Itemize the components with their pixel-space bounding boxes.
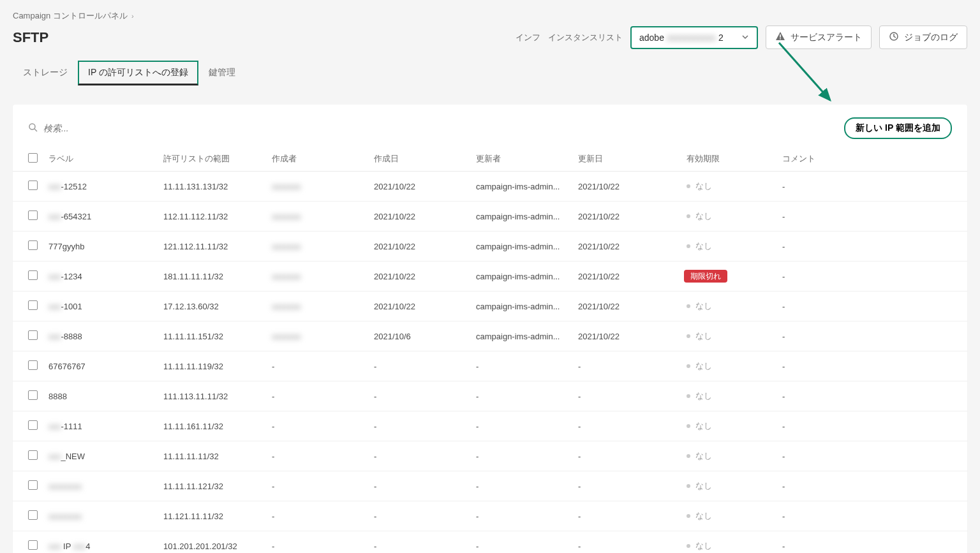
- table-row[interactable]: xxx-888811.11.11.151/32xxxxxxx2021/10/6c…: [13, 321, 967, 351]
- page-title: SFTP: [13, 29, 48, 46]
- cell-updated: -: [573, 381, 681, 411]
- row-checkbox[interactable]: [28, 181, 38, 190]
- breadcrumb[interactable]: Campaign コントロールパネル ›: [13, 10, 967, 22]
- cell-comment: -: [777, 501, 967, 531]
- table-row[interactable]: xxx-654321112.11.112.11/32xxxxxxx2021/10…: [13, 202, 967, 232]
- table-row[interactable]: 8888111.113.11.11/32----なし-: [13, 381, 967, 411]
- service-alert-button[interactable]: サービスアラート: [766, 26, 872, 49]
- cell-range: 11.11.11.11/32: [158, 441, 267, 471]
- col-updater[interactable]: 更新者: [471, 147, 573, 172]
- row-checkbox[interactable]: [28, 510, 38, 520]
- cell-updater: -: [471, 441, 573, 471]
- row-checkbox[interactable]: [28, 210, 38, 220]
- table-row[interactable]: xxx-1234181.11.11.11/32xxxxxxx2021/10/22…: [13, 262, 967, 291]
- cell-range: 181.11.11.11/32: [158, 262, 267, 291]
- cell-updated: -: [573, 441, 681, 471]
- cell-created: -: [369, 411, 471, 441]
- cell-expiry: 期限切れ: [681, 262, 777, 291]
- table-row[interactable]: xxx-100117.12.13.60/32xxxxxxx2021/10/22c…: [13, 291, 967, 321]
- cell-updater: -: [471, 381, 573, 411]
- cell-created: 2021/10/22: [369, 262, 471, 291]
- cell-label: xxx-654321: [43, 202, 158, 232]
- col-updated[interactable]: 更新日: [573, 147, 681, 172]
- cell-range: 11.11.131.131/32: [158, 172, 267, 202]
- instance-prefix: インフ: [516, 32, 540, 43]
- table-row[interactable]: xxx-1251211.11.131.131/32xxxxxxx2021/10/…: [13, 172, 967, 202]
- cell-label: xxx_NEW: [43, 441, 158, 471]
- service-alert-label: サービスアラート: [791, 32, 862, 43]
- breadcrumb-parent[interactable]: Campaign コントロールパネル: [13, 10, 128, 22]
- cell-created: -: [369, 471, 471, 501]
- cell-label: xxx-8888: [43, 321, 158, 351]
- instance-select[interactable]: adobexxxxxxxxxxx2: [630, 26, 758, 49]
- table-row[interactable]: 777gyyhb121.112.11.11/32xxxxxxx2021/10/2…: [13, 232, 967, 262]
- row-checkbox[interactable]: [28, 390, 38, 400]
- cell-created: 2021/10/22: [369, 172, 471, 202]
- cell-creator: xxxxxxx: [267, 172, 369, 202]
- cell-comment: -: [777, 172, 967, 202]
- table-row[interactable]: xxxxxxxx11.11.11.121/32----なし-: [13, 471, 967, 501]
- col-creator[interactable]: 作成者: [267, 147, 369, 172]
- cell-updater: -: [471, 501, 573, 531]
- col-comment[interactable]: コメント: [777, 147, 967, 172]
- cell-expiry: なし: [681, 172, 777, 202]
- row-checkbox[interactable]: [28, 480, 38, 490]
- row-checkbox[interactable]: [28, 330, 38, 340]
- tabs: ストレージ IP の許可リストへの登録 鍵管理: [13, 61, 967, 85]
- cell-updated: 2021/10/22: [573, 232, 681, 262]
- row-checkbox[interactable]: [28, 240, 38, 250]
- col-range[interactable]: 許可リストの範囲: [158, 147, 267, 172]
- table-row[interactable]: 6767676711.11.11.119/32----なし-: [13, 351, 967, 381]
- job-log-button[interactable]: ジョブのログ: [879, 26, 967, 49]
- cell-updater: -: [471, 471, 573, 501]
- cell-updated: -: [573, 351, 681, 381]
- col-created[interactable]: 作成日: [369, 147, 471, 172]
- cell-comment: -: [777, 531, 967, 554]
- chevron-right-icon: ›: [131, 12, 134, 20]
- col-expiry[interactable]: 有効期限: [681, 147, 777, 172]
- cell-updated: 2021/10/22: [573, 262, 681, 291]
- row-checkbox[interactable]: [28, 360, 38, 370]
- cell-range: 112.11.112.11/32: [158, 202, 267, 232]
- cell-range: 17.12.13.60/32: [158, 291, 267, 321]
- table-row[interactable]: xxx IP xxx4101.201.201.201/32----なし-: [13, 531, 967, 554]
- job-log-label: ジョブのログ: [904, 32, 958, 43]
- cell-updater: campaign-ims-admin...: [471, 262, 573, 291]
- tab-key-mgmt[interactable]: 鍵管理: [198, 61, 246, 85]
- cell-expiry: なし: [681, 531, 777, 554]
- cell-updater: -: [471, 351, 573, 381]
- svg-rect-0: [780, 34, 781, 38]
- cell-range: 111.113.11.11/32: [158, 381, 267, 411]
- cell-creator: -: [267, 441, 369, 471]
- cell-creator: -: [267, 351, 369, 381]
- table-row[interactable]: xxxxxxxx11.121.11.11/32----なし-: [13, 501, 967, 531]
- checkbox-all[interactable]: [28, 153, 38, 163]
- svg-line-5: [34, 129, 37, 131]
- row-checkbox[interactable]: [28, 270, 38, 280]
- cell-updater: campaign-ims-admin...: [471, 232, 573, 262]
- add-ip-range-button[interactable]: 新しい IP 範囲を追加: [844, 117, 952, 139]
- cell-comment: -: [777, 351, 967, 381]
- cell-expiry: なし: [681, 321, 777, 351]
- col-label[interactable]: ラベル: [43, 147, 158, 172]
- tab-storage[interactable]: ストレージ: [13, 61, 78, 85]
- table-row[interactable]: xxx-111111.11.161.11/32----なし-: [13, 411, 967, 441]
- instance-value-post: 2: [718, 33, 724, 43]
- search-box[interactable]: [28, 122, 171, 135]
- cell-range: 11.121.11.11/32: [158, 501, 267, 531]
- svg-rect-1: [780, 38, 781, 40]
- cell-created: -: [369, 501, 471, 531]
- row-checkbox[interactable]: [28, 300, 38, 310]
- cell-creator: -: [267, 471, 369, 501]
- search-input[interactable]: [43, 123, 171, 133]
- row-checkbox[interactable]: [28, 540, 38, 550]
- instance-list-label: インスタンスリスト: [548, 32, 623, 43]
- cell-range: 11.11.161.11/32: [158, 411, 267, 441]
- row-checkbox[interactable]: [28, 450, 38, 460]
- table-row[interactable]: xxx_NEW11.11.11.11/32----なし-: [13, 441, 967, 471]
- cell-updater: -: [471, 411, 573, 441]
- tab-ip-allow[interactable]: IP の許可リストへの登録: [78, 61, 198, 85]
- row-checkbox[interactable]: [28, 420, 38, 430]
- cell-creator: xxxxxxx: [267, 262, 369, 291]
- chevron-down-icon: [741, 33, 749, 43]
